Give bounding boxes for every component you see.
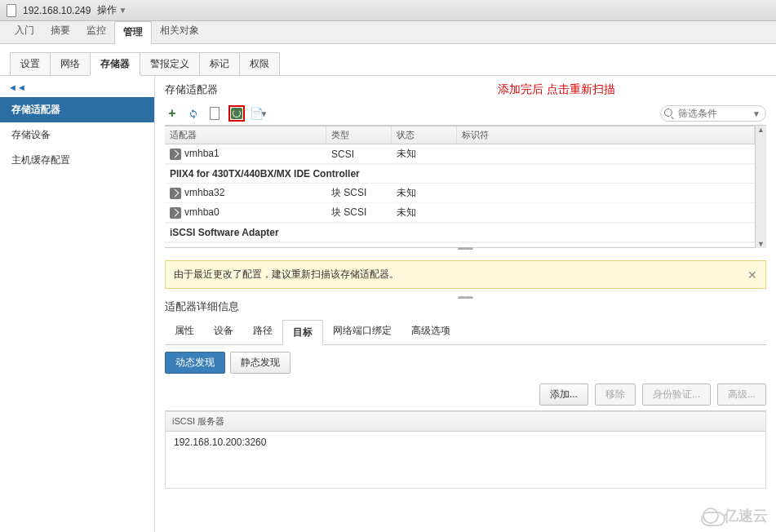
host-icon [7, 4, 16, 17]
title-bar: 192.168.10.249 操作▼ [0, 0, 776, 21]
host-ip: 192.168.10.249 [23, 5, 91, 16]
sidebar-item-devices[interactable]: 存储设备 [0, 122, 154, 148]
device-icon-button[interactable] [207, 106, 222, 121]
copy-button[interactable]: 📄▼ [251, 106, 266, 121]
table-group: iSCSI Software Adapter [165, 223, 755, 242]
watermark-icon [703, 508, 719, 524]
nav-tab-summary[interactable]: 摘要 [42, 20, 78, 43]
annotation-text: 添加完后 点击重新扫描 [498, 82, 615, 97]
detail-tab-advanced[interactable]: 高级选项 [401, 319, 460, 344]
detail-title: 适配器详细信息 [165, 299, 766, 314]
server-grid: iSCSI 服务器 192.168.10.200:3260 [165, 411, 766, 489]
sidebar-item-adapters[interactable]: 存储适配器 [0, 97, 154, 122]
server-row[interactable]: 192.168.10.200:3260 [166, 432, 765, 453]
col-id[interactable]: 标识符 [457, 126, 755, 144]
filter-input[interactable] [676, 107, 751, 120]
nav-tab-related[interactable]: 相关对象 [152, 20, 207, 43]
alert-text: 由于最近更改了配置，建议重新扫描该存储适配器。 [174, 268, 399, 282]
sub-tabs: 设置 网络 存储器 警报定义 标记 权限 [0, 44, 776, 76]
advanced-button[interactable]: 高级... [717, 383, 766, 406]
main-panel: 存储适配器 添加完后 点击重新扫描 + 📄▼ ▼ 适配器 类型 状态 [155, 76, 776, 532]
table-row[interactable]: vmhba32 块 SCSI 未知 [165, 184, 755, 203]
subtab-alarm[interactable]: 警报定义 [140, 52, 200, 75]
actions-menu[interactable]: 操作▼ [97, 3, 126, 17]
nav-tab-manage[interactable]: 管理 [114, 21, 152, 44]
adapter-icon [170, 188, 181, 199]
detail-tabs: 属性 设备 路径 目标 网络端口绑定 高级选项 [165, 319, 766, 345]
detail-tab-portbind[interactable]: 网络端口绑定 [323, 319, 401, 344]
alert-banner: 由于最近更改了配置，建议重新扫描该存储适配器。 ✕ [165, 260, 766, 289]
auth-button[interactable]: 身份验证... [642, 383, 711, 406]
detail-tab-devices[interactable]: 设备 [204, 319, 243, 344]
nav-tab-getting-started[interactable]: 入门 [7, 20, 42, 43]
server-col-header[interactable]: iSCSI 服务器 [166, 412, 765, 432]
adapter-icon [170, 149, 181, 160]
adapter-icon [170, 207, 181, 219]
col-adapter[interactable]: 适配器 [165, 126, 326, 144]
table-row[interactable]: vmhba0 块 SCSI 未知 [165, 203, 755, 223]
dynamic-discovery-button[interactable]: 动态发现 [165, 352, 225, 374]
alert-close-icon[interactable]: ✕ [747, 268, 757, 282]
nav-bar: 入门 摘要 监控 管理 相关对象 [0, 21, 776, 44]
section-title: 存储适配器 [165, 82, 766, 97]
subtab-tag[interactable]: 标记 [199, 52, 240, 75]
rescan-button[interactable] [228, 105, 245, 122]
remove-server-button[interactable]: 移除 [595, 383, 636, 406]
adapter-grid: 适配器 类型 状态 标识符 vmhba1 SCSI 未知 PIIX4 for 4… [165, 126, 755, 248]
subtab-storage[interactable]: 存储器 [90, 52, 140, 75]
detail-tab-paths[interactable]: 路径 [243, 319, 282, 344]
col-status[interactable]: 状态 [392, 126, 457, 144]
splitter-handle-2[interactable]: ▬▬ [165, 292, 766, 296]
sidebar-item-host-cache[interactable]: 主机缓存配置 [0, 148, 154, 173]
subtab-perm[interactable]: 权限 [239, 52, 280, 75]
refresh-button[interactable] [186, 106, 201, 121]
static-discovery-button[interactable]: 静态发现 [230, 352, 290, 374]
grid-scrollbar[interactable]: ▲▼ [755, 126, 766, 248]
add-adapter-button[interactable]: + [165, 106, 180, 121]
filter-dropdown-icon[interactable]: ▼ [752, 109, 760, 118]
detail-tab-targets[interactable]: 目标 [282, 320, 323, 345]
sidebar-collapse[interactable]: ◄◄ [0, 82, 154, 97]
subtab-settings[interactable]: 设置 [10, 52, 51, 75]
sidebar: ◄◄ 存储适配器 存储设备 主机缓存配置 [0, 76, 155, 532]
subtab-network[interactable]: 网络 [50, 52, 91, 75]
col-type[interactable]: 类型 [326, 126, 392, 144]
table-group: PIIX4 for 430TX/440BX/MX IDE Controller [165, 164, 755, 184]
filter-box[interactable]: ▼ [660, 105, 766, 122]
watermark: 亿速云 [703, 506, 768, 525]
add-server-button[interactable]: 添加... [539, 383, 588, 406]
table-row[interactable]: vmhba1 SCSI 未知 [165, 144, 755, 164]
adapter-toolbar: + 📄▼ ▼ [165, 102, 766, 126]
nav-tab-monitor[interactable]: 监控 [78, 20, 114, 43]
detail-tab-props[interactable]: 属性 [165, 319, 204, 344]
search-icon [664, 109, 674, 118]
